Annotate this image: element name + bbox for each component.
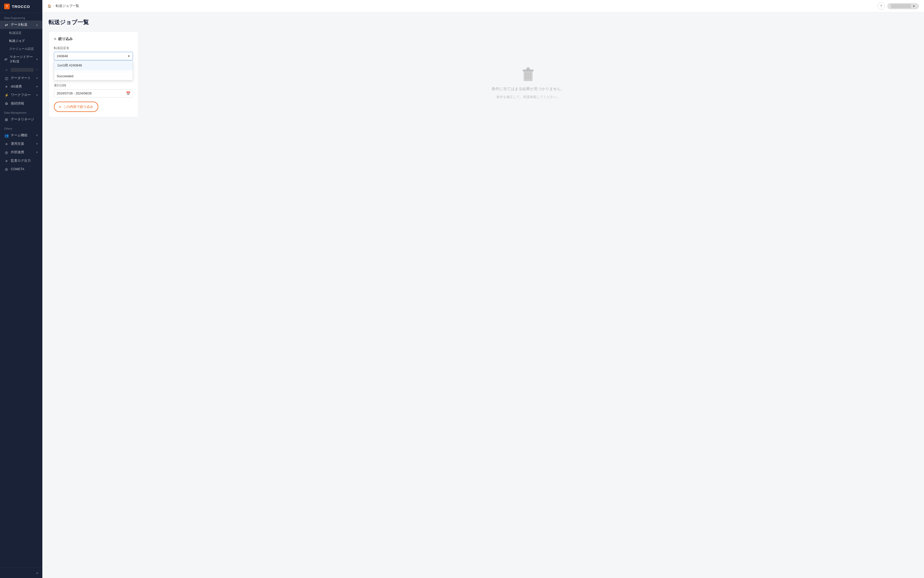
schedule-settings-label: スケジュール設定: [9, 47, 34, 51]
filter-header: ≡ 絞り込み: [54, 37, 133, 41]
sidebar-item-blurred[interactable]: ≡ ██████████ ▼: [0, 66, 42, 74]
cometa-icon: ◎: [4, 167, 9, 171]
team-label: チーム機能: [11, 133, 28, 138]
empty-state: 条件に当てはまる結果が見つかりません。 条件を修正して、再度検索してください。: [492, 66, 565, 99]
section-others: Others: [0, 124, 42, 131]
sidebar-item-data-mart[interactable]: ◫ データマート ▼: [0, 74, 42, 83]
dropdown-item[interactable]: 1on3用 #240848: [54, 60, 133, 70]
sidebar-item-data-lineage[interactable]: ⊞ データリネージ: [0, 115, 42, 124]
sidebar-item-external[interactable]: ◎ 外部連携 ▼: [0, 148, 42, 157]
section-data-management: Data Management: [0, 108, 42, 115]
chevron-down-icon7: ▼: [36, 143, 38, 145]
workflow-icon: ⚡: [4, 93, 9, 97]
header-right: ? ████████ ▼: [877, 3, 919, 10]
filter-panel: ≡ 絞り込み 転送設定名 240848 ▼ 1on3用 #240848: [49, 31, 138, 117]
content-layout: ≡ 絞り込み 転送設定名 240848 ▼ 1on3用 #240848: [49, 31, 918, 134]
status-select[interactable]: Succeeded: [54, 72, 133, 80]
data-transfer-icon: ⇄: [4, 23, 9, 27]
empty-state-subtitle: 条件を修正して、再度検索してください。: [496, 95, 560, 99]
filter-btn-label: この内容で絞り込み: [63, 104, 93, 109]
results-area: 条件に当てはまる結果が見つかりません。 条件を修正して、再度検索してください。: [138, 31, 918, 134]
main-area: 🏠 › 転送ジョブ一覧 ? ████████ ▼ 転送ジョブ一覧 ≡ 絞り込み: [42, 0, 924, 578]
empty-state-icon: [521, 66, 535, 83]
logo-icon: T: [4, 3, 10, 9]
sidebar-item-data-transfer[interactable]: ⇄ データ転送 ▲: [0, 21, 42, 29]
sidebar-item-schedule-settings[interactable]: スケジュール設定: [0, 45, 42, 53]
blurred-icon: ≡: [4, 68, 9, 72]
dbt-label: dbt連携: [11, 84, 22, 89]
sidebar-item-dbt[interactable]: ✕ dbt連携 ▼: [0, 83, 42, 91]
svg-rect-3: [526, 68, 530, 70]
managed-transfer-label: マネージドデータ転送: [10, 55, 34, 64]
transfer-setting-select[interactable]: 240848: [54, 52, 133, 60]
filter-icon: ≡: [54, 37, 56, 41]
audit-label: 監査ログ出力: [11, 159, 31, 163]
home-icon[interactable]: 🏠: [47, 4, 52, 8]
sidebar-item-audit-log[interactable]: ≡ 監査ログ出力: [0, 157, 42, 165]
sidebar-item-label: データ転送: [11, 23, 28, 27]
managed-transfer-icon: ⇄: [4, 57, 7, 61]
user-badge-text: ████████: [891, 4, 911, 8]
status-wrapper: Succeeded: [54, 70, 133, 80]
operations-label: 運用支援: [11, 142, 24, 146]
empty-state-title: 条件に当てはまる結果が見つかりません。: [492, 86, 565, 91]
header: 🏠 › 転送ジョブ一覧 ? ████████ ▼: [42, 0, 924, 12]
sidebar-item-workflow[interactable]: ⚡ ワークフロー ▼: [0, 91, 42, 99]
lineage-icon: ⊞: [4, 118, 9, 122]
sidebar-item-connection[interactable]: ⚙ 接続情報: [0, 99, 42, 108]
chevron-down-icon: ▼: [36, 58, 38, 61]
sidebar-logo: T TROCCO: [0, 0, 42, 13]
sidebar-collapse-button[interactable]: «: [0, 567, 42, 578]
chevron-down-icon4: ▼: [36, 85, 38, 88]
workflow-label: ワークフロー: [11, 93, 31, 97]
breadcrumb: 🏠 › 転送ジョブ一覧: [47, 4, 79, 8]
sidebar-item-managed-data-transfer[interactable]: ⇄ マネージドデータ転送 ▼: [0, 53, 42, 66]
help-button[interactable]: ?: [877, 3, 885, 10]
audit-icon: ≡: [4, 159, 9, 163]
transfer-setting-dropdown: 1on3用 #240848 Succeeded: [54, 60, 133, 80]
date-input-wrapper: 📅: [54, 89, 133, 97]
transfer-jobs-label: 転送ジョブ: [9, 39, 24, 43]
transfer-setting-label: 転送設定名: [54, 46, 133, 50]
page-title: 転送ジョブ一覧: [49, 18, 918, 26]
team-icon: 👥: [4, 133, 9, 138]
transfer-setting-group: 転送設定名 240848 ▼ 1on3用 #240848 Suc: [54, 46, 133, 60]
section-data-engineering: Data Engineering: [0, 13, 42, 21]
page-content: 転送ジョブ一覧 ≡ 絞り込み 転送設定名 240848 ▼: [42, 12, 924, 578]
external-label: 外部連携: [11, 150, 24, 154]
chevron-down-icon6: ▼: [36, 134, 38, 137]
cometa-label: COMETA: [11, 167, 24, 171]
sidebar: T TROCCO Data Engineering ⇄ データ転送 ▲ 転送設定…: [0, 0, 42, 578]
sidebar-item-operations[interactable]: ≡ 運用支援 ▼: [0, 140, 42, 148]
date-group: 実行日時 📅: [54, 83, 133, 97]
chevron-down-icon2: ▼: [36, 68, 38, 71]
lineage-label: データリネージ: [11, 117, 34, 122]
data-mart-icon: ◫: [4, 76, 9, 80]
breadcrumb-separator: ›: [53, 4, 54, 8]
filter-btn-icon: ≡: [59, 105, 61, 109]
logo-text: TROCCO: [12, 4, 30, 9]
connection-icon: ⚙: [4, 102, 9, 106]
breadcrumb-current: 転送ジョブ一覧: [56, 4, 79, 8]
chevron-down-icon3: ▼: [36, 77, 38, 80]
blurred-label: ██████████: [11, 68, 34, 71]
filter-title: 絞り込み: [58, 37, 73, 41]
sidebar-item-transfer-jobs[interactable]: 転送ジョブ: [0, 37, 42, 45]
user-dropdown-icon: ▼: [913, 5, 915, 8]
collapse-icon: «: [36, 571, 38, 575]
operations-icon: ≡: [4, 142, 9, 146]
date-label: 実行日時: [54, 83, 133, 88]
date-input[interactable]: [54, 89, 133, 97]
sidebar-item-transfer-settings[interactable]: 転送設定: [0, 29, 42, 37]
data-mart-label: データマート: [11, 76, 31, 80]
transfer-settings-label: 転送設定: [9, 31, 21, 35]
connection-label: 接続情報: [11, 101, 24, 106]
chevron-down-icon8: ▼: [36, 151, 38, 154]
sidebar-item-team[interactable]: 👥 チーム機能 ▼: [0, 131, 42, 140]
dbt-icon: ✕: [4, 85, 9, 89]
filter-button[interactable]: ≡ この内容で絞り込み: [54, 102, 98, 112]
transfer-setting-select-wrapper: 240848 ▼ 1on3用 #240848 Succeeded: [54, 52, 133, 60]
chevron-down-icon5: ▼: [36, 94, 38, 96]
sidebar-item-cometa[interactable]: ◎ COMETA: [0, 165, 42, 173]
user-badge[interactable]: ████████ ▼: [887, 3, 919, 9]
